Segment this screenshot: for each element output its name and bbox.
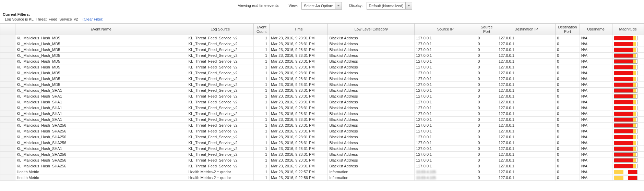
table-row[interactable]: KL_Malicious_Hash_MD5KL_Threat_Feed_Serv… xyxy=(0,47,644,53)
row-handle[interactable] xyxy=(0,105,15,111)
cell-log-source: KL_Threat_Feed_Service_v2 xyxy=(187,35,254,41)
col-destination-port[interactable]: Destination Port xyxy=(556,24,580,35)
col-time[interactable]: Time xyxy=(270,24,328,35)
row-handle[interactable] xyxy=(0,128,15,134)
table-row[interactable]: KL_Malicious_Hash_MD5KL_Threat_Feed_Serv… xyxy=(0,53,644,59)
view-select[interactable]: Select An Option: xyxy=(301,2,342,10)
row-handle[interactable] xyxy=(0,117,15,123)
table-row[interactable]: KL_Malicious_Hash_SHA1KL_Threat_Feed_Ser… xyxy=(0,105,644,111)
row-handle[interactable] xyxy=(0,53,15,59)
col-source-ip[interactable]: Source IP xyxy=(415,24,476,35)
row-handle[interactable] xyxy=(0,35,15,41)
col-event-name[interactable]: Event Name xyxy=(15,24,187,35)
cell-log-source: KL_Threat_Feed_Service_v2 xyxy=(187,123,254,128)
magnitude-bar xyxy=(614,100,638,104)
chevron-down-icon[interactable] xyxy=(335,2,342,9)
table-row[interactable]: KL_Malicious_Hash_SHA1KL_Threat_Feed_Ser… xyxy=(0,93,644,99)
row-handle[interactable] xyxy=(0,152,15,157)
table-row[interactable]: KL_Malicious_Hash_MD5KL_Threat_Feed_Serv… xyxy=(0,41,644,47)
cell-category: Blacklist Address xyxy=(328,93,415,99)
table-row[interactable]: KL_Malicious_Hash_MD5KL_Threat_Feed_Serv… xyxy=(0,76,644,82)
row-handle[interactable] xyxy=(0,99,15,105)
table-row[interactable]: KL_Malicious_Hash_MD5KL_Threat_Feed_Serv… xyxy=(0,70,644,76)
row-handle[interactable] xyxy=(0,146,15,152)
row-handle[interactable] xyxy=(0,47,15,53)
row-handle[interactable] xyxy=(0,82,15,88)
table-row[interactable]: KL_Malicious_Hash_SHA1KL_Threat_Feed_Ser… xyxy=(0,117,644,123)
row-handle[interactable] xyxy=(0,70,15,76)
cell-category: Blacklist Address xyxy=(328,64,415,70)
cell-source-ip: 127.0.0.1 xyxy=(415,76,476,82)
row-handle[interactable] xyxy=(0,111,15,117)
row-handle[interactable] xyxy=(0,59,15,64)
table-row[interactable]: KL_Malicious_Hash_SHA256KL_Threat_Feed_S… xyxy=(0,128,644,134)
table-row[interactable]: KL_Malicious_Hash_MD5KL_Threat_Feed_Serv… xyxy=(0,59,644,64)
cell-log-source: Health Metrics-2 :: qradar xyxy=(187,169,254,175)
cell-magnitude xyxy=(612,146,644,152)
row-handle[interactable] xyxy=(0,134,15,140)
cell-magnitude xyxy=(612,111,644,117)
cell-log-source: KL_Threat_Feed_Service_v2 xyxy=(187,41,254,47)
cell-username: N/A xyxy=(580,140,612,146)
col-source-port[interactable]: Source Port xyxy=(476,24,497,35)
cell-time: Mar 23, 2016, 9:23:31 PM xyxy=(270,70,328,76)
table-row[interactable]: KL_Malicious_Hash_SHA256KL_Threat_Feed_S… xyxy=(0,123,644,128)
cell-username: N/A xyxy=(580,82,612,88)
magnitude-bar xyxy=(614,88,638,93)
cell-destination-port: 0 xyxy=(556,157,580,163)
table-row[interactable]: KL_Malicious_Hash_MD5KL_Threat_Feed_Serv… xyxy=(0,35,644,41)
cell-magnitude xyxy=(612,117,644,123)
table-row[interactable]: KL_Malicious_Hash_SHA1KL_Threat_Feed_Ser… xyxy=(0,88,644,93)
row-handle[interactable] xyxy=(0,123,15,128)
table-row[interactable]: KL_Malicious_Hash_SHA256KL_Threat_Feed_S… xyxy=(0,152,644,157)
table-row[interactable]: KL_Malicious_Hash_SHA256KL_Threat_Feed_S… xyxy=(0,134,644,140)
chevron-down-icon[interactable] xyxy=(405,2,412,9)
cell-destination-port: 0 xyxy=(556,152,580,157)
cell-source-ip: 127.0.0.1 xyxy=(415,157,476,163)
table-row[interactable]: Health MetricHealth Metrics-2 :: qradar1… xyxy=(0,175,644,181)
row-handle[interactable] xyxy=(0,41,15,47)
table-row[interactable]: Health MetricHealth Metrics-2 :: qradar1… xyxy=(0,169,644,175)
cell-username: N/A xyxy=(580,134,612,140)
table-row[interactable]: KL_Malicious_Hash_SHA256KL_Threat_Feed_S… xyxy=(0,163,644,169)
col-low-level-category[interactable]: Low Level Category xyxy=(328,24,415,35)
cell-source-ip: 127.0.0.1 xyxy=(415,53,476,59)
display-select[interactable]: Default (Normalized) xyxy=(367,2,413,10)
col-magnitude[interactable]: Magnitude xyxy=(612,24,644,35)
cell-source-ip: 127.0.0.1 xyxy=(415,117,476,123)
row-handle[interactable] xyxy=(0,76,15,82)
table-row[interactable]: KL_Malicious_Hash_MD5KL_Threat_Feed_Serv… xyxy=(0,64,644,70)
row-handle[interactable] xyxy=(0,169,15,175)
clear-filter-link[interactable]: (Clear Filter) xyxy=(82,17,103,21)
row-handle[interactable] xyxy=(0,88,15,93)
row-handle[interactable] xyxy=(0,93,15,99)
table-row[interactable]: KL_Malicious_Hash_SHA256KL_Threat_Feed_S… xyxy=(0,140,644,146)
row-handle[interactable] xyxy=(0,140,15,146)
row-handle[interactable] xyxy=(0,175,15,181)
cell-event-count: 1 xyxy=(254,41,270,47)
cell-event-name: KL_Malicious_Hash_MD5 xyxy=(15,53,187,59)
cell-source-ip: 127.0.0.1 xyxy=(415,93,476,99)
table-row[interactable]: KL_Malicious_Hash_SHA256KL_Threat_Feed_S… xyxy=(0,157,644,163)
row-handle[interactable] xyxy=(0,163,15,169)
row-handle[interactable] xyxy=(0,64,15,70)
table-row[interactable]: KL_Malicious_Hash_MD5KL_Threat_Feed_Serv… xyxy=(0,82,644,88)
cell-source-ip: 127.0.0.1 xyxy=(415,163,476,169)
row-handle[interactable] xyxy=(0,157,15,163)
cell-event-name: KL_Malicious_Hash_SHA256 xyxy=(15,123,187,128)
row-handle-header[interactable] xyxy=(0,24,15,35)
cell-destination-port: 0 xyxy=(556,47,580,53)
filters-header: Current Filters: xyxy=(3,12,641,16)
col-log-source[interactable]: Log Source xyxy=(187,24,254,35)
table-row[interactable]: KL_Malicious_Hash_SHA1KL_Threat_Feed_Ser… xyxy=(0,146,644,152)
table-row[interactable]: KL_Malicious_Hash_SHA1KL_Threat_Feed_Ser… xyxy=(0,111,644,117)
cell-magnitude xyxy=(612,88,644,93)
cell-event-count: 1 xyxy=(254,175,270,181)
cell-destination-port: 0 xyxy=(556,175,580,181)
cell-username: N/A xyxy=(580,111,612,117)
col-destination-ip[interactable]: Destination IP xyxy=(497,24,556,35)
col-event-count[interactable]: Event Count xyxy=(254,24,270,35)
cell-event-name: KL_Malicious_Hash_MD5 xyxy=(15,47,187,53)
table-row[interactable]: KL_Malicious_Hash_SHA1KL_Threat_Feed_Ser… xyxy=(0,99,644,105)
col-username[interactable]: Username xyxy=(580,24,612,35)
